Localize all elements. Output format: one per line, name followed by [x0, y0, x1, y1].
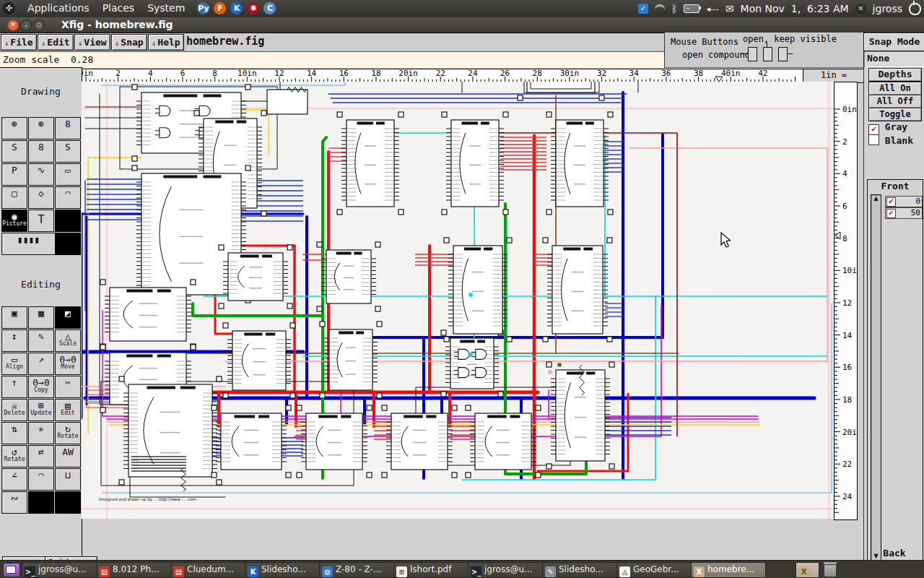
chromium-launcher-icon[interactable]: C — [263, 2, 276, 14]
close-button[interactable]: ✕ — [7, 20, 19, 31]
tool-library[interactable]: ▮▮▮▮ — [1, 233, 56, 255]
depths-all-off-button[interactable]: All Off — [868, 95, 922, 108]
ic-chip[interactable] — [441, 330, 503, 397]
tool-spline[interactable]: S — [1, 140, 27, 163]
right-ruler[interactable]: 0in246810in1214161820in2224 — [834, 82, 858, 520]
taskbar-item-z80-doc[interactable]: ◍Z-80 - Z-... — [319, 562, 394, 578]
tool-tangent[interactable]: ∠ — [1, 468, 27, 491]
taskbar-item-doc-8012[interactable]: ▤8.012 Ph... — [96, 562, 171, 578]
wifi-icon[interactable] — [655, 4, 665, 14]
python-launcher-icon[interactable]: Py — [197, 2, 209, 14]
window-titlebar[interactable]: ✕ ⌄ ▫ Xfig - homebrew.fig — [0, 17, 924, 33]
taskbar-item-terminal-1[interactable]: >_jgross@u... — [22, 562, 97, 578]
tool-add-point[interactable]: ✎ — [28, 329, 54, 352]
layer-checkbox[interactable]: ✔ — [886, 209, 896, 218]
tool-regular-polygon[interactable]: ◇ — [28, 186, 54, 209]
power-icon[interactable] — [909, 3, 921, 15]
panel-menu-places[interactable]: Places — [96, 0, 141, 16]
tool-polyline[interactable]: ∿ — [28, 163, 54, 186]
panel-menu-system[interactable]: System — [141, 0, 191, 16]
ic-chip[interactable] — [212, 405, 291, 478]
tool-text-spacing[interactable]: AW — [55, 445, 81, 467]
depth-layer-row[interactable]: ✔0 — [885, 196, 923, 207]
tool-closed-spline[interactable]: 8 — [55, 117, 81, 139]
blank-checkbox[interactable] — [868, 134, 879, 145]
ic-chip[interactable] — [267, 90, 308, 114]
tool-delete[interactable]: ☠Delete — [1, 399, 27, 421]
tool-rotate-cw[interactable]: ↻Rotate — [55, 422, 81, 444]
menu-snap[interactable]: ⇓Snap — [111, 34, 147, 51]
taskbar-item-lshort-pdf[interactable]: ≡lshort.pdf — [393, 562, 468, 578]
tool-update[interactable]: ⊞Update — [28, 399, 54, 421]
tool-move-point[interactable]: ↕ — [1, 329, 27, 352]
taskbar-item-geogebra[interactable]: ◬GeoGebr... — [616, 562, 692, 578]
ic-chip[interactable] — [337, 112, 404, 215]
maximize-button[interactable]: ▫ — [33, 20, 45, 31]
snap-mode-value[interactable]: None — [863, 51, 924, 68]
top-ruler[interactable]: 0in246810in1214161820in2224262830in32343… — [82, 69, 803, 83]
me-menu-icon[interactable]: ✕ — [855, 4, 866, 14]
depth-scrollbar[interactable]: ▲ ▼ — [871, 194, 881, 561]
volume-icon[interactable]: ◂--- — [706, 4, 718, 14]
tool-flip[interactable]: ⇅ — [1, 422, 27, 444]
battery-icon[interactable]: ⌁ — [684, 4, 699, 13]
top-ruler-svg[interactable]: 0in246810in1214161820in2224262830in32343… — [82, 69, 803, 82]
user-menu[interactable]: jgross — [873, 3, 902, 14]
xfig-launcher-button[interactable]: X — [796, 562, 819, 578]
tool-scale[interactable]: △Scale — [55, 329, 81, 352]
tool-freehand[interactable]: ∾ — [1, 491, 27, 514]
tool-paste[interactable]: ✳ — [28, 422, 54, 444]
ic-chip[interactable] — [546, 112, 613, 215]
layer-checkbox[interactable]: ✔ — [886, 197, 896, 207]
tool-align[interactable]: ▭Align — [1, 353, 27, 375]
mail-icon[interactable]: ✉ — [725, 3, 734, 14]
ic-chip[interactable] — [546, 362, 614, 469]
ic-chip[interactable] — [442, 112, 508, 215]
tool-rectangle[interactable]: ▭ — [55, 163, 81, 186]
taskbar-item-doc-cluedump[interactable]: ▤Cluedum... — [170, 562, 245, 578]
tool-arc-box[interactable]: ▢ — [1, 186, 27, 209]
taskbar-item-terminal-2[interactable]: >_jgross@u... — [468, 562, 543, 578]
taskbar-item-slideshow-2[interactable]: ✎Slidesho... — [542, 562, 617, 578]
tool-open-compound[interactable]: ◩ — [55, 306, 81, 329]
taskbar-item-slideshow-1[interactable]: KSlidesho... — [245, 562, 320, 578]
menu-edit[interactable]: ⇓Edit — [38, 34, 74, 51]
ic-chip[interactable] — [320, 322, 382, 398]
tool-break-compound[interactable]: ▦ — [28, 306, 54, 329]
tool-rotate-ccw[interactable]: ↺Rotate — [1, 445, 27, 467]
menu-view[interactable]: ⇓View — [74, 34, 110, 51]
tool-move[interactable]: 0→0Move — [55, 353, 81, 375]
tool-arc-point[interactable]: ◠ — [28, 468, 54, 491]
tool-copy[interactable]: 0→0Copy — [28, 376, 54, 398]
tool-copy-point[interactable]: ↑ — [1, 376, 27, 398]
ic-chip[interactable] — [297, 405, 372, 478]
window-list-applet-icon[interactable] — [3, 563, 20, 577]
drawing-canvas[interactable]: LetterDesigned and drawn up by ... http:… — [82, 82, 834, 519]
tool-text[interactable]: T — [28, 210, 54, 232]
distributor-logo-icon[interactable]: ✣ — [3, 2, 15, 14]
minimize-button[interactable]: ⌄ — [20, 20, 32, 31]
trash-icon[interactable] — [824, 563, 837, 577]
tool-mirror[interactable]: ↗ — [28, 353, 54, 375]
depths-toggle-button[interactable]: Toggle — [868, 108, 922, 121]
tool-ellipse-by-radius[interactable]: ⊕ — [1, 117, 27, 139]
ic-chip[interactable] — [317, 242, 380, 311]
ic-chip[interactable] — [219, 245, 292, 309]
tool-closed-interp-spline[interactable]: 8 — [28, 140, 54, 163]
depths-all-on-button[interactable]: All On — [868, 82, 922, 95]
panel-menu-applications[interactable]: Applications — [21, 0, 96, 16]
tool-ellipse-by-diameter[interactable]: ⊕ — [28, 117, 54, 139]
kde-help-launcher-icon[interactable]: K — [230, 2, 243, 14]
menu-help[interactable]: ⇓Help — [148, 34, 184, 51]
clock[interactable]: Mon Nov 1, 6:23 AM — [741, 3, 849, 14]
ic-chip[interactable] — [543, 238, 612, 342]
tool-picture[interactable]: ◉Picture — [1, 210, 27, 232]
depth-layer-row[interactable]: ✔50 — [885, 207, 923, 219]
ic-chip[interactable] — [100, 280, 196, 349]
gray-checkbox[interactable]: ✔ — [868, 124, 879, 135]
bluetooth-icon[interactable]: ᛒ — [671, 3, 677, 14]
tool-cut[interactable]: ✂ — [55, 376, 81, 398]
tool-glue-compound[interactable]: ▣ — [1, 306, 27, 329]
right-ruler-svg[interactable]: 0in246810in1214161820in2224 — [834, 82, 857, 519]
taskbar-item-homebrew-xfig[interactable]: Xhomebre... — [691, 562, 766, 578]
